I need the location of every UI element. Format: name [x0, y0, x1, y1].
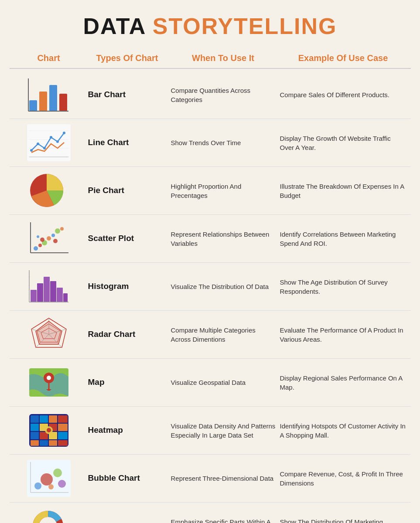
pie-chart-icon-cell [14, 172, 84, 209]
svg-rect-68 [49, 440, 57, 446]
table-row: Line Chart Show Trends Over Time Display… [10, 119, 411, 167]
svg-rect-69 [58, 440, 68, 446]
table-row: Radar Chart Compare Multiple Categories … [10, 311, 411, 359]
svg-rect-65 [58, 432, 68, 439]
scatter-plot-name: Scatter Plot [88, 233, 167, 244]
svg-point-29 [53, 239, 58, 243]
map-icon [27, 364, 71, 401]
svg-point-21 [38, 244, 42, 247]
svg-rect-37 [50, 281, 56, 302]
heatmap-icon-cell [14, 412, 84, 449]
table-row: Map Visualize Geospatial Data Display Re… [10, 359, 411, 407]
svg-rect-39 [63, 293, 68, 302]
svg-rect-2 [49, 85, 57, 111]
svg-point-77 [53, 469, 62, 477]
line-chart-name: Line Chart [88, 137, 167, 148]
svg-rect-54 [31, 415, 39, 423]
svg-point-78 [48, 484, 54, 489]
svg-point-11 [30, 149, 33, 152]
table-header: Chart Types Of Chart When To Use It Exam… [10, 52, 411, 64]
bar-chart-icon [27, 76, 71, 113]
svg-rect-57 [58, 415, 68, 423]
heatmap-when: Visualize Data Density And Patterns Espe… [171, 421, 276, 440]
svg-rect-1 [39, 92, 47, 111]
svg-point-79 [58, 480, 66, 488]
histogram-icon-cell [14, 268, 84, 305]
title-storytelling: STORYTELLING [153, 14, 337, 39]
line-chart-when: Show Trends Over Time [171, 138, 276, 147]
table-row: Donut Chart Emphasize Specific Parts Wit… [10, 503, 411, 523]
svg-point-28 [37, 235, 39, 238]
histogram-example: Show The Age Distribution Of Survey Resp… [280, 278, 406, 296]
line-chart-icon [27, 124, 71, 161]
svg-point-24 [51, 234, 55, 237]
line-chart-icon-cell [14, 124, 84, 161]
svg-rect-35 [37, 283, 43, 302]
col-header-when: When To Use It [171, 52, 276, 64]
col-header-types: Types Of Chart [88, 52, 167, 64]
header-divider [10, 68, 411, 69]
svg-rect-67 [40, 440, 48, 446]
svg-point-26 [55, 228, 60, 234]
histogram-icon [27, 268, 71, 305]
heatmap-name: Heatmap [88, 425, 167, 436]
donut-chart-example: Show The Distribution Of Marketing Expen… [280, 517, 406, 523]
table-row: Bubble Chart Represent Three-Dimensional… [10, 455, 411, 503]
svg-marker-49 [36, 321, 62, 344]
title-data: DATA [83, 14, 153, 39]
bar-chart-example: Compare Sales Of Different Products. [280, 90, 406, 99]
col-header-example: Example Of Use Case [280, 52, 406, 64]
bar-chart-icon-cell [14, 76, 84, 113]
pie-chart-icon [27, 172, 71, 209]
svg-rect-61 [58, 424, 68, 431]
bubble-chart-icon [27, 460, 71, 497]
svg-rect-58 [31, 424, 39, 431]
map-example: Display Regional Sales Performance On A … [280, 374, 406, 392]
radar-chart-name: Radar Chart [88, 329, 167, 340]
bubble-chart-icon-cell [14, 460, 84, 497]
svg-point-16 [63, 132, 65, 134]
svg-point-27 [60, 227, 64, 231]
radar-chart-when: Compare Multiple Categories Across Dimen… [171, 326, 276, 344]
map-when: Visualize Geospatial Data [171, 378, 276, 387]
histogram-when: Visualize The Distribution Of Data [171, 282, 276, 291]
svg-point-25 [40, 238, 44, 242]
svg-point-71 [47, 428, 51, 432]
heatmap-icon [27, 412, 71, 449]
bar-chart-name: Bar Chart [88, 89, 167, 100]
svg-point-12 [37, 143, 39, 145]
svg-rect-3 [59, 94, 67, 111]
svg-point-83 [42, 520, 54, 523]
svg-point-13 [43, 147, 46, 149]
pie-chart-example: Illustrate The Breakdown Of Expenses In … [280, 182, 406, 200]
map-icon-cell [14, 364, 84, 401]
table-row: Scatter Plot Represent Relationships Bet… [10, 215, 411, 263]
histogram-name: Histogram [88, 281, 167, 292]
svg-rect-62 [31, 432, 39, 439]
svg-point-23 [47, 236, 51, 241]
main-table: Chart Types Of Chart When To Use It Exam… [10, 52, 411, 523]
svg-point-14 [50, 136, 52, 139]
line-chart-example: Display The Growth Of Website Traffic Ov… [280, 134, 406, 152]
svg-rect-38 [57, 288, 63, 302]
scatter-plot-when: Represent Relationships Between Variable… [171, 230, 276, 248]
page-title-block: DATA STORYTELLING [83, 13, 337, 39]
donut-chart-when: Emphasize Specific Parts Within A Whole [171, 517, 276, 523]
col-header-chart: Chart [14, 52, 84, 64]
radar-chart-icon-cell [14, 316, 84, 353]
table-row: Bar Chart Compare Quantities Across Cate… [10, 71, 411, 119]
radar-chart-icon [27, 316, 71, 353]
svg-rect-66 [31, 440, 39, 446]
bubble-chart-when: Represent Three-Dimensional Data [171, 474, 276, 483]
radar-chart-example: Evaluate The Performance Of A Product In… [280, 326, 406, 344]
bar-chart-when: Compare Quantities Across Categories [171, 86, 276, 104]
svg-point-15 [56, 140, 59, 143]
table-row: Heatmap Visualize Data Density And Patte… [10, 407, 411, 455]
svg-rect-0 [29, 100, 37, 111]
svg-rect-34 [31, 290, 37, 302]
svg-rect-55 [40, 415, 48, 423]
svg-rect-56 [49, 415, 57, 423]
table-row: Pie Chart Highlight Proportion And Prece… [10, 167, 411, 215]
table-row: Histogram Visualize The Distribution Of … [10, 263, 411, 311]
bubble-chart-example: Compare Revenue, Cost, & Profit In Three… [280, 469, 406, 488]
